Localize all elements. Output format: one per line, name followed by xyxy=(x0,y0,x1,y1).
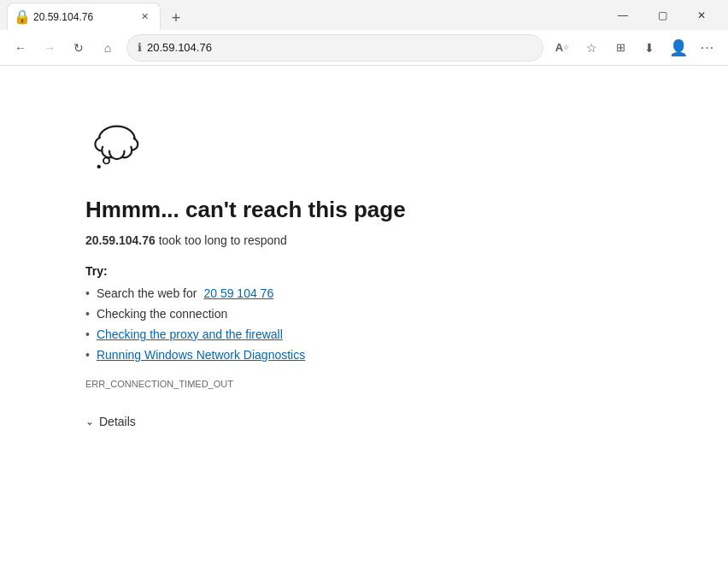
tab-group: 🔒 20.59.104.76 ✕ + xyxy=(7,0,188,30)
address-bar[interactable]: ℹ 20.59.104.76 xyxy=(126,34,543,62)
thought-bubble-svg xyxy=(85,117,145,173)
more-icon: ··· xyxy=(701,40,714,56)
active-tab[interactable]: 🔒 20.59.104.76 ✕ xyxy=(7,3,161,30)
read-aloud-button[interactable]: A ☆ xyxy=(549,34,576,62)
suggestion-text-1: Search the web for xyxy=(97,286,197,300)
proxy-firewall-link[interactable]: Checking the proxy and the firewall xyxy=(97,327,283,341)
new-tab-button[interactable]: + xyxy=(164,6,188,30)
read-aloud-indicator: ☆ xyxy=(563,44,569,51)
list-item: Checking the proxy and the firewall xyxy=(85,327,728,341)
error-title: Hmmm... can't reach this page xyxy=(85,197,728,223)
home-icon: ⌂ xyxy=(104,41,111,55)
tab-title: 20.59.104.76 xyxy=(33,11,132,23)
error-subtitle: 20.59.104.76 took too long to respond xyxy=(85,233,728,247)
navigation-bar: ← → ↻ ⌂ ℹ 20.59.104.76 A ☆ ☆ ⊞ xyxy=(0,30,728,66)
chevron-down-icon: ⌄ xyxy=(85,416,94,427)
error-illustration xyxy=(85,117,145,176)
home-button[interactable]: ⌂ xyxy=(94,34,121,62)
list-item: Search the web for 20 59 104 76 xyxy=(85,286,728,300)
suggestions-list: Search the web for 20 59 104 76 Checking… xyxy=(85,286,728,362)
error-code: ERR_CONNECTION_TIMED_OUT xyxy=(85,379,728,389)
back-icon: ← xyxy=(15,41,26,55)
nav-right-buttons: A ☆ ☆ ⊞ ⬇ 👤 ··· xyxy=(549,34,721,62)
svg-point-6 xyxy=(101,127,134,151)
close-button[interactable]: ✕ xyxy=(682,0,721,30)
browser-window: 🔒 20.59.104.76 ✕ + — ▢ ✕ ← → ↻ ⌂ ℹ 20.59… xyxy=(0,0,728,566)
profile-icon: 👤 xyxy=(669,38,688,57)
refresh-button[interactable]: ↻ xyxy=(65,34,92,62)
downloads-icon: ⬇ xyxy=(644,41,655,55)
window-controls: — ▢ ✕ xyxy=(603,0,721,30)
title-bar: 🔒 20.59.104.76 ✕ + — ▢ ✕ xyxy=(0,0,728,30)
search-link[interactable]: 20 59 104 76 xyxy=(203,286,273,300)
forward-button[interactable]: → xyxy=(36,34,63,62)
svg-point-7 xyxy=(103,157,109,163)
tab-close-button[interactable]: ✕ xyxy=(138,10,151,24)
error-subtitle-rest: took too long to respond xyxy=(156,233,287,247)
refresh-icon: ↻ xyxy=(73,41,84,55)
address-info-icon: ℹ xyxy=(138,41,142,54)
tab-favicon-icon: 🔒 xyxy=(16,11,28,23)
profile-button[interactable]: 👤 xyxy=(665,34,692,62)
more-button[interactable]: ··· xyxy=(694,34,721,62)
list-item: Checking the connection xyxy=(85,307,728,321)
collections-icon: ⊞ xyxy=(616,41,625,54)
address-text: 20.59.104.76 xyxy=(147,41,532,54)
error-url: 20.59.104.76 xyxy=(85,233,156,247)
favorites-button[interactable]: ☆ xyxy=(578,34,605,62)
maximize-button[interactable]: ▢ xyxy=(643,0,682,30)
back-button[interactable]: ← xyxy=(7,34,34,62)
try-label: Try: xyxy=(85,264,728,278)
collections-button[interactable]: ⊞ xyxy=(607,34,634,62)
network-diagnostics-link[interactable]: Running Windows Network Diagnostics xyxy=(97,348,305,362)
forward-icon: → xyxy=(44,41,56,55)
downloads-button[interactable]: ⬇ xyxy=(636,34,663,62)
details-label: Details xyxy=(99,415,136,428)
suggestion-text-2: Checking the connection xyxy=(97,307,227,321)
details-row[interactable]: ⌄ Details xyxy=(85,415,728,428)
favorites-icon: ☆ xyxy=(586,41,597,55)
minimize-button[interactable]: — xyxy=(603,0,643,30)
page-content: Hmmm... can't reach this page 20.59.104.… xyxy=(0,66,728,566)
list-item: Running Windows Network Diagnostics xyxy=(85,348,728,362)
read-aloud-icon: A xyxy=(555,41,563,54)
svg-point-8 xyxy=(97,165,101,168)
